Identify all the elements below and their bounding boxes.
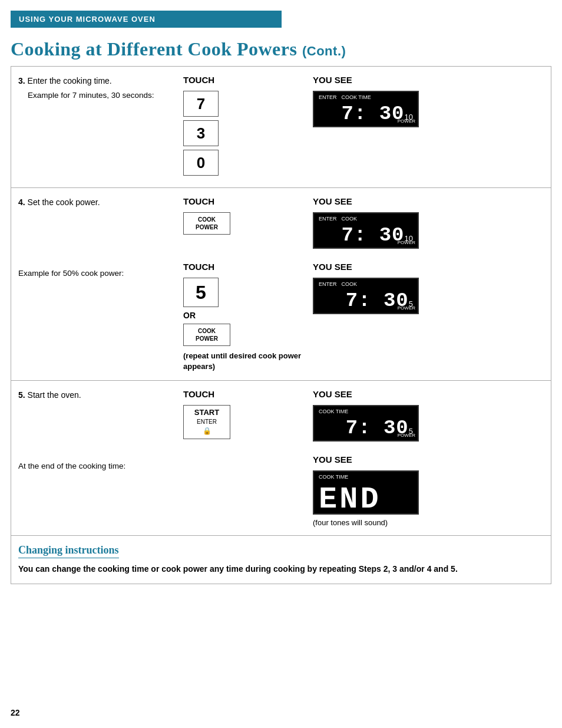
content-box: 3. Enter the cooking time. Example for 7… [11,66,551,584]
enter-label: ENTER [197,418,217,426]
step4-example-mid: TOUCH 5 OR COOKPOWER (repeat until desir… [183,262,313,372]
step4-top: 4. Set the cook power. TOUCH COOKPOWER Y… [11,188,551,258]
step5-instruction: 5. Start the oven. [18,389,177,401]
step5-left: 5. Start the oven. [18,389,183,401]
step5-power: POWER [398,433,415,438]
end-display-labels: COOK TIME [319,474,413,480]
step4-touch-label2: TOUCH [183,262,307,272]
step3-touch-label: TOUCH [183,75,307,85]
step4-instruction: 4. Set the cook power. [18,196,177,209]
header-label: USING YOUR MICROWAVE OVEN [19,15,156,24]
step4-display2-power: POWER [398,305,415,311]
step4-display-digits: 7: 30 [342,225,405,245]
step5-text: Start the oven. [28,390,81,400]
start-button[interactable]: START ENTER 🔒 [183,405,230,439]
step4-display-labels: ENTER COOK [319,216,413,222]
key-5-button[interactable]: 5 [183,278,219,307]
title-part2: (Cont.) [302,44,346,58]
step4-right-top: YOU SEE ENTER COOK 7: 30 10 POWER [313,196,544,255]
page-title: Cooking at Different Cook Powers (Cont.) [11,38,551,60]
title-part1: Cooking at Different Cook Powers [11,38,297,60]
step3-number: 3. [18,76,25,85]
cook-power-button-1[interactable]: COOKPOWER [183,212,230,235]
step3-left: 3. Enter the cooking time. Example for 7… [18,75,183,101]
step5-touch-label: TOUCH [183,389,307,399]
repeat-text: (repeat until desired cook power appears… [183,351,307,372]
changing-instructions: Changing instructions You can change the… [11,536,465,584]
step3-subtext: Example for 7 minutes, 30 seconds: [28,90,177,101]
step5-mid: TOUCH START ENTER 🔒 [183,389,313,442]
step4-yousee-label2: YOU SEE [313,262,544,272]
step3-row: 3. Enter the cooking time. Example for 7… [11,67,551,188]
lock-icon: 🔒 [203,427,211,436]
step5-yousee-label2: YOU SEE [313,454,544,465]
step4-left: 4. Set the cook power. [18,196,183,209]
changing-title: Changing instructions [18,544,119,558]
cook-power-button-2[interactable]: COOKPOWER [183,324,230,346]
key-7-button[interactable]: 7 [183,91,219,117]
step3-right: YOU SEE ENTER COOK TIME 7: 30 10 POWER [313,75,544,133]
step5-end-right: YOU SEE COOK TIME END (four tones will s… [313,454,544,527]
step5-display: COOK TIME 7: 30 5 POWER [313,405,419,442]
step4-display-top: ENTER COOK 7: 30 10 POWER [313,212,419,249]
step3-mid: TOUCH 7 3 0 [183,75,313,179]
step4-display2-labels: ENTER COOK [319,281,413,287]
step3-text: Enter the cooking time. [28,76,112,85]
step3-power: POWER [398,118,415,124]
key-3-button[interactable]: 3 [183,120,219,146]
changing-body: You can change the cooking time or cook … [18,563,458,575]
step4-example-left: Example for 50% cook power: [18,262,183,279]
step3-display: ENTER COOK TIME 7: 30 10 POWER [313,91,419,127]
step4-mid-top: TOUCH COOKPOWER [183,196,313,238]
step4-example: Example for 50% cook power: TOUCH 5 OR C… [11,258,551,380]
page-number: 22 [11,708,20,717]
or-text: OR [183,311,307,320]
step3-display-digits: 7: 30 [342,104,405,124]
step5-end: At the end of the cooking time: YOU SEE … [11,451,551,535]
step5-top: 5. Start the oven. TOUCH START ENTER 🔒 Y… [11,381,551,451]
header-bar: USING YOUR MICROWAVE OVEN [11,11,282,28]
step4-yousee-label: YOU SEE [313,196,544,206]
start-label: START [194,408,219,418]
step5-display-labels: COOK TIME [319,409,413,414]
step4-display2: ENTER COOK 7: 30 5 POWER [313,278,419,314]
step5-end-text: At the end of the cooking time: [18,460,177,472]
step4-example-text: Example for 50% cook power: [18,268,177,279]
step4-number: 4. [18,197,25,207]
step5-yousee-label: YOU SEE [313,389,544,399]
end-digits: END [319,485,413,515]
step5-row: 5. Start the oven. TOUCH START ENTER 🔒 Y… [11,381,551,584]
key-0-button[interactable]: 0 [183,150,219,176]
step4-text: Set the cook power. [28,197,100,207]
step4-example-right: YOU SEE ENTER COOK 7: 30 5 POWER [313,262,544,320]
end-display: COOK TIME END [313,470,419,515]
step5-number: 5. [18,390,25,400]
four-tones-text: (four tones will sound) [313,518,544,527]
step4-row: 4. Set the cook power. TOUCH COOKPOWER Y… [11,188,551,381]
step4-power: POWER [398,240,415,245]
step3-yousee-label: YOU SEE [313,75,544,85]
step3-display-labels: ENTER COOK TIME [319,94,413,100]
step3-instruction: 3. Enter the cooking time. [18,75,177,87]
step5-end-left: At the end of the cooking time: [18,454,183,472]
step5-right: YOU SEE COOK TIME 7: 30 5 POWER [313,389,544,447]
step4-touch-label: TOUCH [183,196,307,206]
